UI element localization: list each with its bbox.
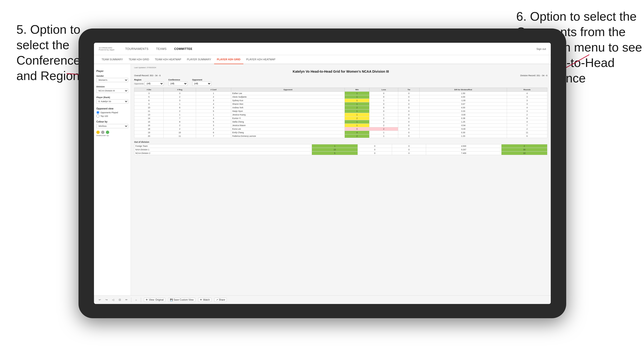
col-reg: # Reg <box>164 88 196 92</box>
dot-down <box>96 131 100 134</box>
nav-teams[interactable]: TEAMS <box>152 43 170 55</box>
region-filter: Region Opponents: (All) <box>134 79 164 86</box>
col-opponent: Opponent <box>231 88 345 92</box>
filter-row: Region Opponents: (All) Conference (All) <box>134 79 548 86</box>
subnav-player-h2h-grid[interactable]: PLAYER H2H GRID <box>214 55 243 64</box>
subnav-player-summary[interactable]: PLAYER SUMMARY <box>184 55 214 64</box>
table-row: 13 1 1 Jessica Huang 1 1 0 -3.00 2 <box>134 113 548 117</box>
colour-by-title: Colour by <box>96 120 128 123</box>
watch-icon: 👁 <box>200 299 202 301</box>
opponent-filter: Opponent (All) <box>192 79 211 86</box>
clock-icon[interactable]: ○ <box>134 298 138 302</box>
app-logo: SCOREBOARD Powered by clippd <box>99 47 114 51</box>
col-win: Win <box>345 88 370 92</box>
opponents-select[interactable]: (All) <box>145 81 164 86</box>
main-content: Last Updated: 27/03/2024 Katelyn Vo Head… <box>131 64 551 295</box>
table-row: 15 8 5 Stella Cheng 1 0 0 1.25 4 <box>134 120 548 124</box>
toolbar-divider-1 <box>131 298 131 302</box>
main-data-table: # Div # Reg # Conf Opponent Win Loss Tie… <box>134 88 548 138</box>
nav-committee[interactable]: COMMITTEE <box>170 43 196 55</box>
dot-up <box>106 131 109 134</box>
player-rank-select[interactable]: 8. Katelyn Vo <box>96 99 128 104</box>
last-updated: Last Updated: 27/03/2024 <box>134 66 548 69</box>
records-row: Overall Record: 353 - 34 - 6 Division Re… <box>134 74 548 77</box>
ood-table-row: NCAA Division 2 5 0 0 7.400 10 <box>134 152 548 155</box>
sub-nav: TEAM SUMMARY TEAM H2H GRID TEAM H2H HEAT… <box>94 55 551 64</box>
col-loss: Loss <box>369 88 398 92</box>
player-rank-label: Player (Rank) <box>96 96 128 99</box>
subnav-team-h2h-grid[interactable]: TEAM H2H GRID <box>126 55 152 64</box>
colour-labels: Down Level Up <box>96 134 128 137</box>
gender-select[interactable]: Women's <box>96 78 128 82</box>
view-icon: 👁 <box>146 299 148 301</box>
toolbar-divider-2 <box>141 298 141 302</box>
table-row: 5 2 2 Alexis Sudjianto 1 0 0 4.00 3 <box>134 95 548 99</box>
subnav-team-summary[interactable]: TEAM SUMMARY <box>99 55 126 64</box>
sidebar: Player Gender Women's Division NCAA Divi… <box>94 64 131 295</box>
main-nav: TOURNAMENTS TEAMS COMMITTEE <box>121 43 536 55</box>
player-section-title: Player <box>96 70 128 72</box>
table-row: 11 2 5 Heejo Hyun 1 0 0 3.33 3 <box>134 110 548 113</box>
table-row: 10 6 3 Andrea York 2 0 0 4.00 4 <box>134 106 548 110</box>
content-area: Player Gender Women's Division NCAA Divi… <box>94 64 551 295</box>
conference-filter: Conference (All) <box>168 79 188 86</box>
ood-table-row: Foreign Team 1 0 0 4.500 2 <box>134 144 548 148</box>
tablet-device: SCOREBOARD Powered by clippd TOURNAMENTS… <box>78 28 566 318</box>
save-icon: 💾 <box>170 299 173 301</box>
conference-select[interactable]: (All) <box>168 81 188 86</box>
dot-level <box>101 131 104 134</box>
subnav-player-h2h-heatmap[interactable]: PLAYER H2H HEATMAP <box>243 55 278 64</box>
table-row: 6 3 3 Sydney Kuo 1 1 0 -1.00 3 <box>134 99 548 102</box>
report-title: Katelyn Vo Head-to-Head Grid for Women's… <box>134 70 548 73</box>
top100-radio[interactable]: Top 100 <box>96 115 128 118</box>
col-diff: Diff Av Strokes/Rnd <box>420 88 507 92</box>
subnav-team-h2h-heatmap[interactable]: TEAM H2H HEATMAP <box>152 55 184 64</box>
col-conf: # Conf <box>196 88 231 92</box>
opponent-view-title: Opponent view <box>96 107 128 110</box>
view-original-button[interactable]: 👁 View: Original <box>144 298 165 302</box>
gender-label: Gender <box>96 75 128 77</box>
table-row: 19 10 6 Emily Chang 4 1 0 0.30 11 <box>134 131 548 134</box>
watch-button[interactable]: 👁 Watch <box>198 298 212 302</box>
redo-icon[interactable]: ↪ <box>104 298 108 302</box>
table-row: 9 1 4 Sharon Mun 1 0 0 3.67 3 <box>134 102 548 106</box>
division-select[interactable]: NCAA Division III <box>96 89 128 93</box>
col-tie: Tie <box>398 88 420 92</box>
nav-tournaments[interactable]: TOURNAMENTS <box>121 43 152 55</box>
save-custom-view-button[interactable]: 💾 Save Custom View <box>168 298 195 302</box>
col-rounds: Rounds <box>507 88 547 92</box>
table-row: 18 2 2 Euna Lee 0 2 0 -5.00 2 <box>134 127 548 131</box>
table-row: 16 2 3 Jessica Mason 1 2 0 -0.94 7 <box>134 124 548 127</box>
tablet-screen: SCOREBOARD Powered by clippd TOURNAMENTS… <box>94 43 551 304</box>
ood-table-row: NAIA Division 1 15 0 0 9.267 30 <box>134 148 548 152</box>
colour-by-select[interactable]: Win/loss <box>96 124 128 128</box>
share-button[interactable]: ↗ Share <box>214 298 227 302</box>
edit-icon[interactable]: ✏ <box>124 298 128 302</box>
sign-out-button[interactable]: Sign out <box>536 47 546 50</box>
out-of-division-table: Foreign Team 1 0 0 4.500 2 NAIA Division… <box>134 144 548 155</box>
colour-dots <box>96 131 128 134</box>
toolbar: ↩ ↪ ◁ ⊡ ✏ ○ 👁 View: Original 💾 Save Cust… <box>94 295 551 304</box>
undo-icon[interactable]: ↩ <box>98 298 102 302</box>
back-icon[interactable]: ◁ <box>111 298 115 302</box>
out-of-division-label: Out of division <box>134 141 548 143</box>
table-row: 3 3 1 Esther Lee 1 0 0 1.50 4 <box>134 92 548 95</box>
app-nav: SCOREBOARD Powered by clippd TOURNAMENTS… <box>94 43 551 55</box>
table-row: 14 7 4 Eunice Yi 2 2 0 0.38 9 <box>134 117 548 120</box>
col-div: # Div <box>134 88 164 92</box>
table-row: 20 11 7 Federica Domecq Lacroze 2 1 0 1.… <box>134 134 548 138</box>
opponents-played-radio[interactable]: Opponents Played <box>96 111 128 114</box>
share-icon: ↗ <box>216 299 218 301</box>
opponent-select[interactable]: (All) <box>192 81 211 86</box>
division-label: Division <box>96 85 128 88</box>
copy-icon[interactable]: ⊡ <box>118 298 122 302</box>
